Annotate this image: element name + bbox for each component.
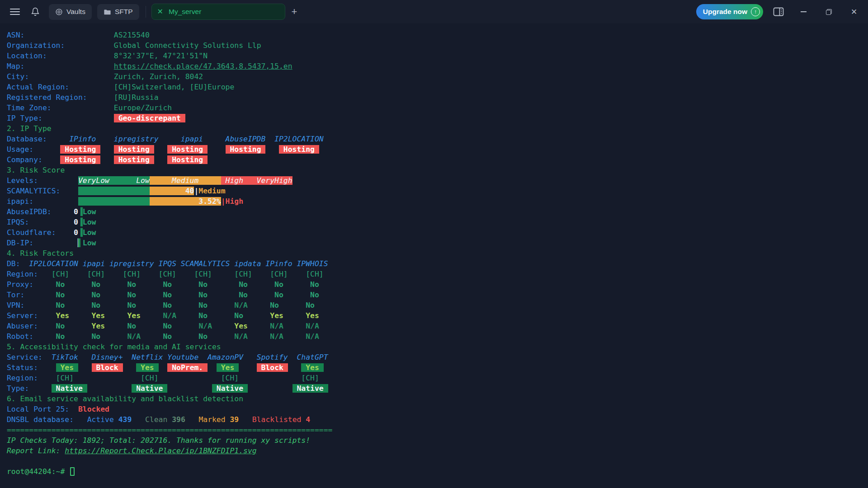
terminal-line: 6. Email service availability and blackl… <box>7 394 868 404</box>
terminal-text <box>132 415 145 424</box>
terminal-text: Hosting <box>60 155 100 164</box>
terminal-text: 2. IP Type <box>7 124 52 133</box>
terminal-text <box>69 83 114 91</box>
terminal-line: Abuser: No Yes No No N/A Yes N/A N/A <box>7 321 868 331</box>
terminal-text: Robot: <box>7 332 33 341</box>
tab-divider <box>146 6 146 18</box>
terminal-text <box>38 363 56 372</box>
terminal-line: Actual Region: [CH]Switzerland, [EU]Euro… <box>7 82 868 92</box>
terminal-text: N/A N/A N/A <box>234 332 319 341</box>
terminal-text <box>47 135 69 143</box>
terminal-line: DNSBL database: Active 439 Clean 396 Mar… <box>7 414 868 425</box>
terminal-text: N/A <box>234 301 248 310</box>
terminal-text <box>167 384 212 393</box>
terminal-text: Company: <box>7 155 42 164</box>
terminal-text <box>78 363 92 372</box>
terminal-text: No No No No No <box>56 301 235 310</box>
terminal-text: VPN: <box>7 301 24 310</box>
terminal-text <box>87 93 114 102</box>
terminal-text: Hosting <box>167 155 208 164</box>
terminal-text: DNSBL database: <box>7 415 74 424</box>
terminal-text: Actual Region: <box>7 83 69 91</box>
terminal-text: Cloudflare: <box>7 228 56 237</box>
terminal-text <box>38 322 56 330</box>
terminal-text <box>52 103 114 112</box>
vaults-label: Vaults <box>66 8 85 16</box>
terminal-text <box>42 353 52 361</box>
terminal-text <box>24 31 113 39</box>
terminal-line: Robot: No No N/A No No N/A N/A N/A <box>7 331 868 342</box>
terminal-text: No No <box>270 301 315 310</box>
terminal-text <box>74 415 87 424</box>
terminal-text: No No <box>198 311 243 320</box>
terminal-line: SCAMALYTICS: 40|Medium <box>7 186 868 196</box>
terminal-text: High <box>226 197 243 206</box>
terminal-text <box>248 301 270 310</box>
terminal-text: Server: <box>7 311 38 320</box>
minimize-button[interactable] <box>797 6 809 18</box>
terminal-line: Status: Yes Block Yes NoPrem. Yes Block … <box>7 362 868 373</box>
terminal-text: No No No No No No No No <box>56 291 319 299</box>
terminal-text <box>33 239 74 247</box>
terminal-text: ▐ <box>78 218 83 226</box>
terminal-line: 4. Risk Factors <box>7 248 868 258</box>
tab-my-server[interactable]: ✕ My_server <box>151 4 285 20</box>
terminal-text <box>208 363 217 372</box>
terminal-text: 439 <box>118 415 132 424</box>
upgrade-now-button[interactable]: Upgrade now ↑ <box>696 4 763 19</box>
terminal-text: 3.52% <box>150 197 221 206</box>
notifications-bell-icon[interactable] <box>31 7 40 16</box>
terminal-text <box>159 374 221 382</box>
terminal-text <box>159 363 168 372</box>
terminal-text <box>20 259 29 268</box>
terminal-text: 4. Risk Factors <box>7 249 74 258</box>
terminal-text: No No <box>127 322 172 330</box>
terminal-text <box>33 280 56 289</box>
terminal-text <box>47 52 114 60</box>
terminal-text: Zurich, Zurich, 8042 <box>114 72 203 81</box>
terminal-line: Cloudflare: 0▐Low <box>7 227 868 238</box>
terminal-text: [RU]Russia <box>114 93 159 102</box>
terminal-text: ▐ <box>78 207 83 216</box>
terminal-line: AbuseIPDB: 0▐Low <box>7 206 868 217</box>
terminal-text: 3. Risk Score <box>7 166 65 174</box>
terminal-text: Registered Region: <box>7 93 87 102</box>
terminal-text: Yes <box>56 363 78 372</box>
terminal-text <box>38 176 78 185</box>
terminal-text: Medium <box>198 187 225 195</box>
terminal-text: Yes <box>217 363 239 372</box>
upgrade-arrow-icon: ↑ <box>751 7 760 16</box>
vault-icon <box>55 8 63 16</box>
terminal-text: | <box>221 197 226 206</box>
sftp-button[interactable]: SFTP <box>97 4 139 20</box>
toggle-right-panel-icon[interactable] <box>773 7 784 16</box>
terminal-text: Low <box>83 228 96 237</box>
terminal-link[interactable]: https://check.place/47.3643,8.5437,15,en <box>114 62 292 70</box>
tab-close-icon[interactable]: ✕ <box>157 8 163 15</box>
terminal-text <box>33 145 60 154</box>
terminal-text: Native <box>292 384 328 393</box>
terminal-text <box>38 270 52 278</box>
terminal-output[interactable]: ASN: AS215540Organization: Global Connec… <box>0 23 868 488</box>
terminal-text: Blocked <box>78 405 109 413</box>
terminal-link[interactable]: https://Report.Check.Place/ip/1BNZFDIP1.… <box>65 446 256 455</box>
terminal-text: Geo-discrepant <box>114 114 185 122</box>
terminal-text <box>154 145 168 154</box>
terminal-text <box>65 41 114 50</box>
terminal-cursor <box>70 467 75 476</box>
terminal-text <box>141 311 163 320</box>
terminal-text <box>24 62 113 70</box>
terminal-text <box>56 228 74 237</box>
terminal-line: Proxy: No No No No No No No No <box>7 279 868 290</box>
terminal-text: 0 <box>74 218 78 226</box>
terminal-text: Yes <box>92 322 105 330</box>
folder-icon <box>104 8 111 16</box>
terminal-text: IPinfo ipregistry ipapi AbuseIPDB IP2LOC… <box>69 135 323 143</box>
menu-icon[interactable] <box>10 9 20 15</box>
close-button[interactable]: ✕ <box>848 6 860 18</box>
restore-button[interactable] <box>823 6 835 18</box>
new-tab-button[interactable]: + <box>292 6 297 18</box>
terminal-text: Hosting <box>60 145 100 154</box>
terminal-text <box>42 155 60 164</box>
vaults-button[interactable]: Vaults <box>49 4 92 20</box>
